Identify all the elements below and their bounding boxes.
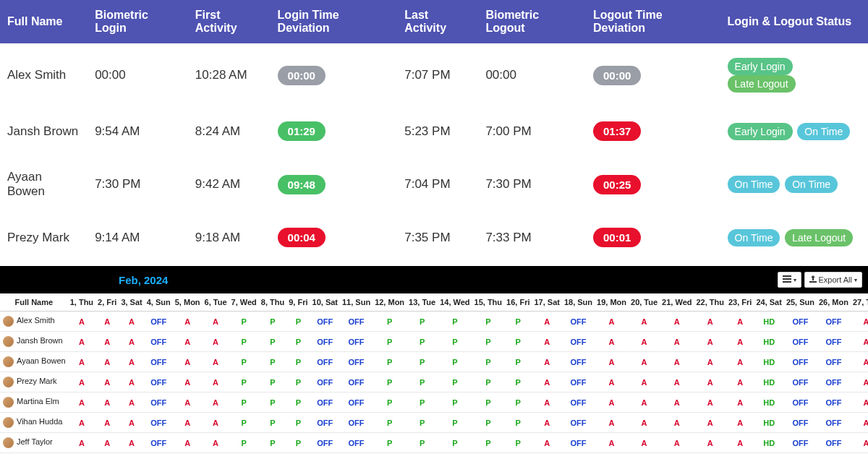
col-day[interactable]: 11, Sun [340,293,373,312]
attendance-cell: OFF [784,413,817,433]
col-day[interactable]: 13, Tue [407,293,438,312]
col-day[interactable]: 7, Wed [229,293,259,312]
biometric-logout-cell: 7:33 PM [478,213,586,262]
attendance-cell: A [660,332,694,352]
column-header[interactable]: Biometric Logout [478,0,586,43]
export-all-button[interactable]: Export All ▾ [804,272,862,288]
attendance-cell: A [694,332,726,352]
column-header[interactable]: Full Name [0,0,88,43]
table-row: Alex Smith00:0010:28 AM00:007:07 PM00:00… [0,43,868,107]
table-row: Prezy Mark9:14 AM9:18 AM00:047:35 PM7:33… [0,213,868,262]
col-day[interactable]: 6, Tue [203,293,229,312]
col-day[interactable]: 23, Fri [726,293,754,312]
col-day[interactable]: 14, Wed [438,293,472,312]
col-day[interactable]: 2, Fri [95,293,119,312]
attendance-cell: A [660,413,694,433]
upload-icon [809,275,817,284]
column-header[interactable]: Logout Time Deviation [586,0,720,43]
col-day[interactable]: 4, Sun [145,293,173,312]
col-day[interactable]: 24, Sat [754,293,783,312]
col-day[interactable]: 1, Thu [68,293,95,312]
attendance-cell: A [68,392,95,413]
attendance-cell: P [373,413,407,433]
attendance-cell: P [229,352,259,372]
column-header[interactable]: Biometric Login [88,0,188,43]
employee-name-cell: Vihan Hudda [0,413,68,433]
attendance-cell: P [286,352,310,372]
attendance-cell: OFF [562,352,595,372]
column-header[interactable]: Login & Logout Status [720,0,868,43]
attendance-cell: A [173,312,203,332]
col-day[interactable]: 19, Mon [595,293,629,312]
login-deviation-pill: 00:00 [278,66,326,85]
login-deviation-pill: 00:04 [278,228,326,247]
biometric-login-cell: 00:00 [88,43,188,107]
col-day[interactable]: 10, Sat [310,293,340,312]
col-day[interactable]: 21, Wed [660,293,694,312]
attendance-cell: P [286,312,310,332]
col-day[interactable]: 16, Fri [504,293,532,312]
attendance-cell: OFF [817,352,851,372]
attendance-cell: OFF [817,372,851,392]
column-header[interactable]: Login Time Deviation [271,0,398,43]
status-badge: Late Logout [728,75,796,93]
status-cell: On Time On Time [720,155,868,213]
attendance-cell: A [660,372,694,392]
col-day[interactable]: 26, Mon [817,293,851,312]
login-deviation-cell: 01:29 [271,107,398,155]
col-day[interactable]: 17, Sat [532,293,561,312]
attendance-cell: OFF [340,312,373,332]
attendance-cell: HD [754,352,783,372]
attendance-cell: P [229,433,259,453]
attendance-cell: P [229,332,259,352]
attendance-cell: A [726,352,754,372]
attendance-cell: OFF [784,312,817,332]
col-day[interactable]: 22, Thu [694,293,726,312]
attendance-cell: A [119,332,144,352]
col-day[interactable]: 9, Fri [286,293,310,312]
attendance-cell: A [851,392,868,413]
column-header[interactable]: Last Activity [397,0,478,43]
col-day[interactable]: 8, Thu [259,293,286,312]
full-name-cell: Ayaan Bowen [0,155,88,213]
attendance-cell: P [438,372,472,392]
attendance-cell: OFF [817,392,851,413]
col-day[interactable]: 25, Sun [784,293,817,312]
attendance-cell: P [438,352,472,372]
attendance-cell: A [694,372,726,392]
col-day[interactable]: 18, Sun [562,293,595,312]
col-day[interactable]: 5, Mon [173,293,203,312]
attendance-cell: OFF [562,372,595,392]
attendance-cell: OFF [340,352,373,372]
logout-deviation-cell: 00:01 [586,213,720,262]
attendance-cell: A [660,312,694,332]
attendance-cell: HD [754,332,783,352]
attendance-cell: A [119,392,144,413]
attendance-cell: P [504,372,532,392]
column-header[interactable]: First Activity [188,0,271,43]
attendance-cell: A [119,372,144,392]
attendance-cell: P [259,312,286,332]
employee-name-cell: Jansh Brown [0,332,68,352]
biometric-login-cell: 9:14 AM [88,213,188,262]
attendance-body: Alex SmithAAAOFFAAPPPOFFOFFPPPPPAOFFAAAA… [0,312,868,453]
attendance-row: Jansh BrownAAAOFFAAPPPOFFOFFPPPPPAOFFAAA… [0,332,868,352]
col-day[interactable]: 27, Tue [851,293,868,312]
attendance-cell: P [438,312,472,332]
col-full-name[interactable]: Full Name [0,293,68,312]
col-day[interactable]: 15, Thu [472,293,505,312]
col-day[interactable]: 20, Tue [629,293,660,312]
attendance-cell: P [407,392,438,413]
status-badge: On Time [728,176,780,193]
attendance-header-row: Full Name1, Thu2, Fri3, Sat4, Sun5, Mon6… [0,293,868,312]
attendance-cell: A [726,392,754,413]
attendance-cell: A [660,352,694,372]
col-day[interactable]: 12, Mon [373,293,407,312]
attendance-cell: P [407,332,438,352]
view-toggle-button[interactable]: ▾ [778,272,801,288]
attendance-cell: OFF [310,392,340,413]
biometric-login-cell: 7:30 PM [88,155,188,213]
attendance-cell: OFF [145,372,173,392]
attendance-cell: OFF [784,332,817,352]
col-day[interactable]: 3, Sat [119,293,144,312]
